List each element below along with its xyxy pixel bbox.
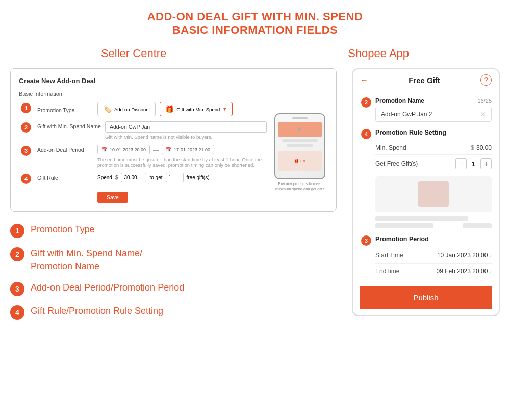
promo-name-field-label: Promotion Name [375, 97, 424, 104]
to-get-label: to get [149, 175, 162, 180]
legend-text-3: Add-on Deal Period/Promotion Period [31, 282, 184, 294]
min-spend-row: Min. Spend $ 30.00 [375, 141, 492, 155]
sc-header: Create New Add-on Deal [19, 77, 328, 85]
product-placeholder [375, 176, 492, 212]
app-phone: ← Free Gift ? 2 Promotion Name 16/25 [352, 68, 500, 316]
app-badge-3: 3 [361, 235, 371, 246]
publish-button[interactable]: Publish [360, 286, 492, 309]
end-date: 📅 17-01-2023 21:00 [162, 145, 214, 154]
rule-section-header: Promotion Rule Setting [375, 129, 492, 136]
left-panel: Create New Add-on Deal Basic Information… [10, 68, 337, 320]
app-badge-2: 2 [361, 97, 371, 108]
app-body: 2 Promotion Name 16/25 Add-on GwP Jan 2 … [353, 91, 499, 315]
right-panel: ← Free Gift ? 2 Promotion Name 16/25 [352, 68, 500, 316]
badge-2-sc: 2 [21, 122, 31, 133]
start-date: 📅 10-01-2023 20:00 [97, 145, 150, 154]
help-icon: ? [484, 76, 488, 84]
save-button[interactable]: Save [97, 192, 128, 203]
rule-setting-section: 4 Promotion Rule Setting Min. Spend $ 30… [375, 129, 492, 228]
end-time-text: 09 Feb 2023 20:00 [437, 268, 488, 275]
legend-item-1: 1 Promotion Type [10, 224, 337, 238]
period-section-header: Promotion Period [375, 235, 492, 243]
badge-4-sc: 4 [21, 174, 31, 184]
free-gifts-label: Get Free Gift(s) [375, 160, 418, 167]
legend-items: 1 Promotion Type 2 Gift with Min. Spend … [10, 224, 337, 320]
row-promotion-type: 1 Promotion Type 🏷️ Add-on Discount 🎁 [37, 102, 267, 116]
sc-section-label: Basic Information [19, 91, 328, 97]
qty-display: 1 [472, 160, 475, 168]
min-spend-label: Min. Spend [375, 144, 406, 151]
calendar-icon-2: 📅 [166, 147, 172, 152]
promo-name-hint: Gift with Min. Spend name is not visible… [105, 134, 267, 140]
page-title: ADD-ON DEAL GIFT WITH MIN. SPEND BASIC I… [10, 10, 500, 37]
legend-text-4: Gift Rule/Promotion Rule Setting [31, 305, 163, 317]
seller-centre-box: Create New Add-on Deal Basic Information… [10, 68, 337, 212]
clear-icon[interactable]: ✕ [480, 110, 486, 118]
promo-name-counter: 16/25 [477, 98, 492, 104]
app-badge-4: 4 [361, 129, 371, 139]
qty-input[interactable] [166, 173, 184, 182]
calendar-icon: 📅 [101, 147, 108, 152]
start-time-value: 10 Jan 2023 20:00 › [437, 252, 492, 259]
end-time-row[interactable]: End time 09 Feb 2023 20:00 › [375, 264, 492, 279]
qty-plus-btn[interactable]: + [480, 158, 492, 169]
gift-min-spend-btn[interactable]: 🎁 Gift with Min. Spend ▼ [160, 102, 233, 116]
back-button[interactable]: ← [360, 75, 368, 85]
start-chevron: › [490, 252, 492, 258]
spend-amount-input[interactable] [121, 173, 146, 182]
left-column-title: Seller Centre [101, 47, 166, 60]
legend-badge-2: 2 [10, 247, 24, 261]
min-spend-amount: 30.00 [476, 144, 492, 151]
addon-discount-btn[interactable]: 🏷️ Add-on Discount [97, 102, 156, 116]
legend-text-1: Promotion Type [31, 224, 95, 235]
promo-name-field: 2 Promotion Name 16/25 Add-on GwP Jan 2 … [375, 97, 492, 122]
sc-period-label: Add-on Deal Period [37, 145, 93, 153]
start-time-label: Start Time [375, 252, 403, 259]
gift-icon: 🎁 [165, 105, 174, 113]
sc-row-label: Promotion Type [37, 105, 93, 113]
date-separator: — [153, 147, 159, 153]
app-title: Free Gift [409, 76, 440, 85]
free-gifts-suffix: free gift(s) [187, 175, 210, 180]
legend-item-2: 2 Gift with Min. Spend Name/Promotion Na… [10, 247, 337, 273]
sc-phone-mockup: 🛒 🎁 Gift [274, 113, 325, 179]
sc-name-label: Gift with Min. Spend Name [37, 121, 101, 129]
row-promo-name: 2 Gift with Min. Spend Name Gift with Mi… [37, 121, 267, 140]
end-time-value: 09 Feb 2023 20:00 › [437, 268, 492, 275]
title-line2: BASIC INFORMATION FIELDS [10, 23, 500, 37]
blurred-line-1 [375, 216, 468, 221]
end-chevron: › [490, 268, 492, 274]
min-spend-currency: $ [471, 144, 474, 151]
phone-line-2 [287, 144, 313, 147]
start-time-row[interactable]: Start Time 10 Jan 2023 20:00 › [375, 248, 492, 264]
legend-badge-1: 1 [10, 224, 24, 238]
product-image [418, 181, 449, 207]
spend-label: Spend [97, 175, 112, 180]
help-button[interactable]: ? [480, 74, 492, 86]
legend-text-2: Gift with Min. Spend Name/Promotion Name [31, 247, 142, 273]
badge-3-sc: 3 [21, 146, 31, 156]
qty-control: − 1 + [455, 158, 492, 169]
min-spend-value-group: $ 30.00 [471, 144, 492, 151]
right-column-title: Shopee App [348, 47, 409, 60]
phone-banner: 🛒 [278, 122, 322, 137]
phone-promo-area: 🎁 Gift [278, 151, 322, 171]
dollar-sign: $ [115, 175, 118, 180]
active-indicator: ▼ [222, 107, 227, 112]
free-gifts-row: Get Free Gift(s) − 1 + [375, 155, 492, 172]
badge-1-sc: 1 [21, 103, 31, 113]
row-gift-rule: 4 Gift Rule Spend $ to get free gift(s) [37, 173, 267, 182]
promo-name-input[interactable] [105, 121, 267, 133]
sc-gift-rule-label: Gift Rule [37, 175, 93, 181]
title-line1: ADD-ON DEAL GIFT WITH MIN. SPEND [10, 10, 500, 23]
discount-icon: 🏷️ [103, 105, 112, 113]
start-time-text: 10 Jan 2023 20:00 [437, 252, 488, 259]
end-time-label: End time [375, 268, 399, 275]
qty-minus-btn[interactable]: − [455, 158, 467, 169]
blurred-line-3 [463, 223, 492, 228]
legend-item-4: 4 Gift Rule/Promotion Rule Setting [10, 305, 337, 320]
blurred-line-2 [375, 223, 434, 228]
promo-name-value[interactable]: Add-on GwP Jan 2 [381, 111, 480, 118]
legend-badge-4: 4 [10, 305, 24, 320]
period-hint: The end time must be greater than the st… [97, 156, 267, 168]
